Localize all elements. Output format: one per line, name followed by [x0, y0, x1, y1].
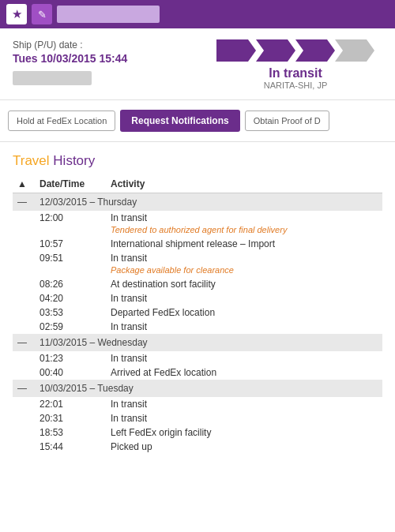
table-row: 12:00 In transit	[13, 211, 382, 225]
row-time: 00:40	[35, 365, 106, 380]
row-activity: In transit	[106, 320, 382, 334]
title-highlight: Travel	[13, 153, 50, 168]
divider-1	[0, 99, 395, 100]
row-activity: In transit	[106, 291, 382, 305]
notify-button[interactable]: Request Notifications	[120, 110, 239, 132]
row-activity: Left FedEx origin facility	[106, 425, 382, 440]
step-3	[295, 39, 335, 62]
travel-table: ▲ Date/Time Activity — 12/03/2015 – Thur…	[13, 175, 382, 454]
edit-icon[interactable]: ✎	[32, 4, 52, 24]
table-row: 00:40 Arrived at FedEx location	[13, 365, 382, 380]
row-time: 02:59	[35, 320, 106, 334]
table-row: 22:01 In transit	[13, 397, 382, 411]
sub-text: Package available for clearance	[106, 265, 382, 277]
step-4	[335, 39, 374, 62]
row-empty	[13, 440, 35, 454]
row-time: 03:53	[35, 305, 106, 320]
row-empty	[13, 277, 35, 291]
row-activity: Arrived at FedEx location	[106, 365, 382, 380]
row-empty	[13, 211, 35, 225]
row-time: 15:44	[35, 440, 106, 454]
progress-track	[216, 39, 374, 62]
sub-empty	[13, 225, 35, 237]
status-section: In transit NARITA-SHI, JP	[216, 39, 382, 90]
table-row: 18:53 Left FedEx origin facility	[13, 425, 382, 440]
table-row: 15:44 Picked up	[13, 440, 382, 454]
date-dash: —	[13, 334, 35, 351]
row-empty	[13, 411, 35, 425]
title-rest: History	[50, 153, 96, 168]
col-activity: Activity	[106, 175, 382, 193]
ship-info: Ship (P/U) date : Tues 10/03/2015 15:44	[13, 39, 127, 85]
date-label: 12/03/2015 – Thursday	[35, 193, 382, 212]
table-row: 10:57 International shipment release – I…	[13, 237, 382, 251]
header: ★ ✎	[0, 0, 395, 28]
table-row: 02:59 In transit	[13, 320, 382, 334]
travel-history-section: Travel History ▲ Date/Time Activity — 12…	[0, 145, 395, 454]
row-activity: In transit	[106, 411, 382, 425]
row-activity: Picked up	[106, 440, 382, 454]
row-activity: At destination sort facility	[106, 277, 382, 291]
row-empty	[13, 351, 35, 365]
table-row: 04:20 In transit	[13, 291, 382, 305]
col-arrow: ▲	[13, 175, 35, 193]
row-time: 18:53	[35, 425, 106, 440]
row-time: 01:23	[35, 351, 106, 365]
row-empty	[13, 320, 35, 334]
row-activity: In transit	[106, 251, 382, 265]
row-time: 20:31	[35, 411, 106, 425]
sub-text: Tendered to authorized agent for final d…	[106, 225, 382, 237]
table-row: 01:23 In transit	[13, 351, 382, 365]
sub-row: Tendered to authorized agent for final d…	[13, 225, 382, 237]
col-datetime: Date/Time	[35, 175, 106, 193]
tracking-bar	[13, 71, 92, 85]
action-buttons: Hold at FedEx Location Request Notificat…	[0, 103, 395, 138]
row-activity: In transit	[106, 211, 382, 225]
step-2	[256, 39, 295, 62]
row-activity: In transit	[106, 351, 382, 365]
row-empty	[13, 251, 35, 265]
table-row: 03:53 Departed FedEx location	[13, 305, 382, 320]
row-time: 22:01	[35, 397, 106, 411]
row-empty	[13, 365, 35, 380]
status-text: In transit	[269, 66, 322, 81]
travel-title: Travel History	[13, 153, 382, 169]
row-activity: International shipment release – Import	[106, 237, 382, 251]
proof-button[interactable]: Obtain Proof of D	[245, 111, 329, 131]
row-empty	[13, 397, 35, 411]
row-empty	[13, 425, 35, 440]
sub-empty2	[35, 225, 106, 237]
step-1	[216, 39, 256, 62]
sub-empty2	[35, 265, 106, 277]
ship-label: Ship (P/U) date :	[13, 39, 127, 51]
row-time: 04:20	[35, 291, 106, 305]
row-empty	[13, 291, 35, 305]
sub-empty	[13, 265, 35, 277]
star-icon[interactable]: ★	[6, 4, 27, 24]
date-label: 10/03/2015 – Tuesday	[35, 380, 382, 397]
divider-2	[0, 141, 395, 142]
search-bar[interactable]	[57, 6, 160, 23]
date-dash: —	[13, 193, 35, 212]
ship-date: Tues 10/03/2015 15:44	[13, 52, 127, 65]
row-time: 09:51	[35, 251, 106, 265]
row-empty	[13, 305, 35, 320]
row-time: 08:26	[35, 277, 106, 291]
date-dash: —	[13, 380, 35, 397]
date-row: — 12/03/2015 – Thursday	[13, 193, 382, 212]
date-row: — 11/03/2015 – Wednesday	[13, 334, 382, 351]
date-label: 11/03/2015 – Wednesday	[35, 334, 382, 351]
sub-row: Package available for clearance	[13, 265, 382, 277]
ship-section: Ship (P/U) date : Tues 10/03/2015 15:44 …	[0, 28, 395, 96]
row-activity: In transit	[106, 397, 382, 411]
status-location: NARITA-SHI, JP	[264, 81, 327, 90]
table-row: 08:26 At destination sort facility	[13, 277, 382, 291]
date-row: — 10/03/2015 – Tuesday	[13, 380, 382, 397]
hold-button[interactable]: Hold at FedEx Location	[8, 111, 115, 131]
table-row: 20:31 In transit	[13, 411, 382, 425]
table-row: 09:51 In transit	[13, 251, 382, 265]
row-time: 12:00	[35, 211, 106, 225]
row-activity: Departed FedEx location	[106, 305, 382, 320]
row-empty	[13, 237, 35, 251]
row-time: 10:57	[35, 237, 106, 251]
